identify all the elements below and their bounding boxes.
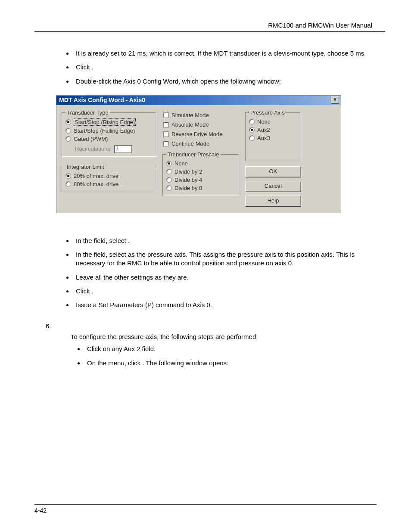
radio-icon [249,119,255,124]
radio-icon [166,185,172,191]
prescale-group: Transducer Prescale None Divide by 2 Div… [162,151,239,196]
list-item: Double-click the Axis 0 Config Word, whi… [73,77,385,86]
recirc-label: Recirculations: [75,146,112,152]
checkbox-option[interactable]: Continue Mode [163,140,239,148]
checkbox-option[interactable]: Simulate Mode [163,111,239,119]
option-label: 20% of max. drive [74,173,118,179]
radio-option[interactable]: Divide by 4 [166,176,235,184]
radio-option[interactable]: Gated (PWM) [65,135,153,143]
radio-icon [249,127,255,133]
option-label: Simulate Mode [171,112,209,118]
group-legend: Integrator Limit [65,164,106,170]
dialog-title: MDT Axis Config Word - Axis0 [59,96,145,103]
ok-button[interactable]: OK [245,166,301,177]
recirc-input[interactable]: 1 [114,145,132,153]
step-number: 6. [46,322,57,330]
option-label: Aux2 [257,127,270,133]
option-label: Divide by 4 [174,177,202,183]
list-item: On the menu, click . The following windo… [84,359,385,367]
option-label: None [257,118,271,125]
checkbox-option[interactable]: Reverse Drive Mode [163,130,239,138]
list-item: Click . [73,63,385,72]
radio-icon [65,173,71,179]
radio-icon [65,136,71,142]
header-rule [34,31,385,32]
header-manual-title: RMC100 and RMCWin User Manual [34,22,385,29]
radio-option[interactable]: Aux2 [249,126,296,134]
close-icon[interactable]: × [331,96,339,104]
dialog-titlebar[interactable]: MDT Axis Config Word - Axis0 × [56,96,341,105]
page-number: 4-42 [34,507,47,514]
option-label: Absolute Mode [171,121,209,128]
radio-icon [65,181,71,187]
radio-option[interactable]: Start/Stop (Rising Edge) [65,118,153,127]
radio-icon [166,161,172,166]
radio-option[interactable]: None [249,118,296,126]
group-legend: Transducer Prescale [166,151,220,158]
integrator-limit-group: Integrator Limit 20% of max. drive 80% o… [62,164,156,192]
radio-option[interactable]: Divide by 2 [166,168,235,176]
radio-option[interactable]: 20% of max. drive [65,172,153,180]
radio-option[interactable]: Divide by 8 [166,184,235,192]
checkbox-icon [163,141,169,146]
list-item: Issue a Set Parameters (P) command to Ax… [73,301,385,309]
option-label: Start/Stop (Rising Edge) [74,118,136,126]
radio-icon [166,177,172,183]
option-label: Divide by 8 [174,185,202,191]
radio-option[interactable]: None [166,159,235,168]
bullet-list-before: It is already set to 21 ms, which is cor… [34,49,385,86]
option-label: Divide by 2 [174,168,202,175]
checkbox-icon [163,122,169,128]
transducer-type-group: Transducer Type Start/Stop (Rising Edge)… [62,109,156,157]
list-item: It is already set to 21 ms, which is cor… [73,49,385,58]
step-intro: To configure the pressure axis, the foll… [46,333,385,340]
list-item: Click . [73,287,385,296]
group-legend: Transducer Type [65,109,110,116]
radio-icon [166,169,172,174]
checkbox-icon [163,112,169,118]
config-dialog: MDT Axis Config Word - Axis0 × Transduce… [56,95,341,213]
group-legend: Pressure Axis [249,109,286,116]
cancel-button[interactable]: Cancel [245,181,301,192]
option-label: None [174,160,188,167]
bullet-list-after: In the field, select . In the field, sel… [34,236,385,310]
list-item: In the field, select as the pressure axi… [73,250,385,268]
radio-icon [249,135,255,141]
checkbox-icon [163,131,169,137]
option-label: 80% of max. drive [74,181,118,187]
option-label: Gated (PWM) [74,136,108,142]
option-label: Start/Stop (Falling Edge) [74,128,135,134]
option-label: Aux3 [257,135,270,141]
help-button[interactable]: Help [245,196,301,207]
radio-option[interactable]: Start/Stop (Falling Edge) [65,127,153,135]
radio-icon [65,119,71,125]
option-label: Continue Mode [171,140,209,147]
list-item: Leave all the other settings as they are… [73,273,385,282]
step-6: 6. [46,322,385,330]
radio-option[interactable]: 80% of max. drive [65,180,153,188]
radio-icon [65,128,71,134]
step-6-bullets: Click on any Aux 2 field. On the menu, c… [46,345,385,367]
option-label: Reverse Drive Mode [171,131,223,137]
checkbox-option[interactable]: Absolute Mode [163,121,239,129]
radio-option[interactable]: Aux3 [249,134,296,142]
pressure-axis-group: Pressure Axis None Aux2 Aux3 [245,109,300,161]
list-item: In the field, select . [73,236,385,245]
page-footer: 4-42 [34,501,377,514]
list-item: Click on any Aux 2 field. [84,345,385,353]
